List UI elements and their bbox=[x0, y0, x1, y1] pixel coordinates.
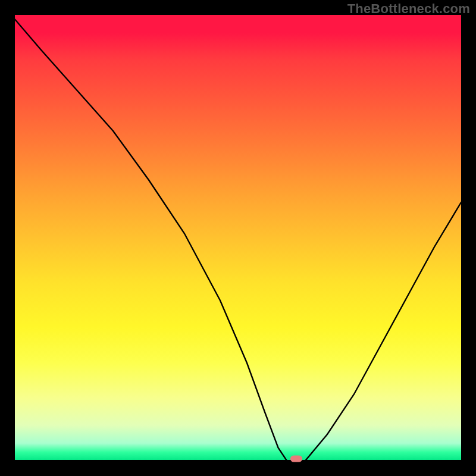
optimal-point-marker bbox=[290, 456, 302, 462]
plot-area bbox=[15, 15, 461, 461]
watermark-text: TheBottleneck.com bbox=[347, 1, 470, 17]
chart-frame: TheBottleneck.com bbox=[0, 0, 476, 476]
baseline bbox=[15, 460, 461, 461]
bottleneck-curve bbox=[15, 15, 461, 461]
